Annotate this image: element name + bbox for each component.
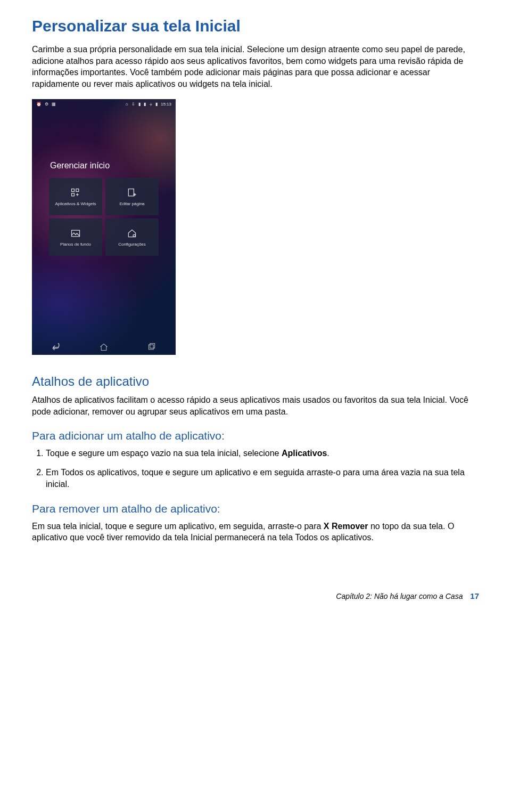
svg-rect-1 bbox=[76, 189, 79, 192]
section-paragraph: Atalhos de aplicativos facilitam o acess… bbox=[32, 394, 479, 417]
tile-label: Editar página bbox=[119, 201, 144, 206]
navigation-bar bbox=[32, 339, 176, 355]
signal-icon: ▮ bbox=[138, 102, 141, 107]
svg-rect-7 bbox=[150, 344, 155, 348]
manage-home-title: Gerenciar início bbox=[32, 161, 176, 170]
section-title-shortcuts: Atalhos de aplicativo bbox=[32, 374, 479, 389]
grid-plus-icon bbox=[70, 187, 81, 199]
tile-label: Aplicativos & Widgets bbox=[55, 201, 96, 206]
footer-page-number: 17 bbox=[470, 591, 479, 600]
tile-edit-page[interactable]: Editar página bbox=[105, 178, 159, 215]
svg-rect-2 bbox=[72, 193, 75, 196]
step-item: Toque e segure um espaço vazio na sua te… bbox=[46, 448, 479, 459]
sub-title-add: Para adicionar um atalho de aplicativo: bbox=[32, 429, 479, 442]
home-gear-icon bbox=[126, 228, 138, 239]
alarm-icon: ⏰ bbox=[36, 102, 42, 107]
document-page: Personalizar sua tela Inicial Carimbe a … bbox=[0, 0, 511, 622]
wifi-icon: ⏚ bbox=[150, 102, 152, 107]
tile-wallpapers[interactable]: Planos de fundo bbox=[49, 218, 102, 256]
tile-apps-widgets[interactable]: Aplicativos & Widgets bbox=[49, 178, 102, 215]
svg-rect-4 bbox=[72, 231, 80, 237]
recent-icon[interactable] bbox=[144, 342, 159, 352]
step-text: Em Todos os aplicativos, toque e segure … bbox=[46, 468, 465, 489]
status-time: 15:13 bbox=[161, 102, 171, 107]
step-bold: Aplicativos bbox=[282, 449, 327, 458]
status-bar: ⏰ ⚙ ▦ ⌂ ⇩ ▮ ▮ ⏚ ▮ 15:13 bbox=[32, 99, 176, 109]
signal-icon: ▮ bbox=[144, 102, 146, 107]
tile-label: Configurações bbox=[118, 242, 146, 247]
svg-rect-3 bbox=[128, 189, 134, 196]
home-icon[interactable] bbox=[96, 342, 111, 352]
tile-settings[interactable]: Configurações bbox=[105, 218, 159, 256]
sub-title-remove: Para remover um atalho de aplicativo: bbox=[32, 502, 479, 515]
step-text: . bbox=[327, 449, 329, 458]
back-icon[interactable] bbox=[48, 342, 63, 352]
intro-paragraph: Carimbe a sua própria personalidade em s… bbox=[32, 44, 479, 90]
tile-grid: Aplicativos & Widgets Editar página Plan… bbox=[49, 178, 159, 256]
phone-screenshot: ⏰ ⚙ ▦ ⌂ ⇩ ▮ ▮ ⏚ ▮ 15:13 Gerenciar início… bbox=[32, 99, 176, 355]
download-icon: ⇩ bbox=[131, 102, 135, 107]
battery-icon: ▮ bbox=[155, 102, 158, 107]
settings-icon: ⚙ bbox=[45, 102, 48, 107]
image-icon bbox=[70, 228, 81, 239]
status-right: ⌂ ⇩ ▮ ▮ ⏚ ▮ 15:13 bbox=[125, 102, 172, 107]
page-footer: Capítulo 2: Não há lugar como a Casa 17 bbox=[32, 591, 479, 600]
page-plus-icon bbox=[126, 187, 138, 199]
svg-point-5 bbox=[133, 234, 135, 237]
home-icon: ⌂ bbox=[126, 102, 128, 107]
remove-paragraph: Em sua tela inicial, toque e segure um a… bbox=[32, 521, 479, 543]
svg-rect-0 bbox=[72, 189, 75, 192]
step-text: Toque e segure um espaço vazio na sua te… bbox=[46, 449, 282, 458]
remove-text: Em sua tela inicial, toque e segure um a… bbox=[32, 522, 324, 531]
steps-add: Toque e segure um espaço vazio na sua te… bbox=[32, 448, 479, 491]
page-title: Personalizar sua tela Inicial bbox=[32, 17, 479, 35]
svg-rect-6 bbox=[149, 345, 153, 350]
status-left: ⏰ ⚙ ▦ bbox=[35, 102, 57, 107]
remove-bold: X Remover bbox=[324, 522, 368, 531]
footer-chapter: Capítulo 2: Não há lugar como a Casa bbox=[336, 592, 463, 600]
app-icon: ▦ bbox=[52, 102, 56, 107]
step-item: Em Todos os aplicativos, toque e segure … bbox=[46, 467, 479, 491]
tile-label: Planos de fundo bbox=[60, 242, 91, 247]
